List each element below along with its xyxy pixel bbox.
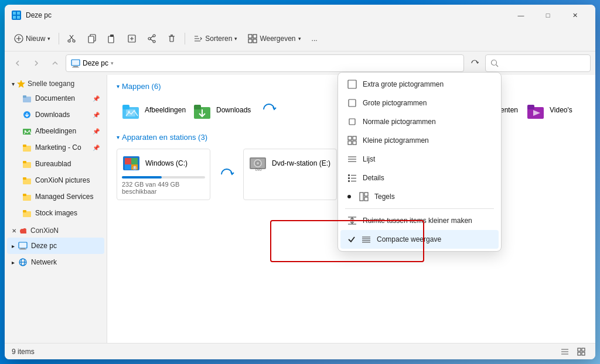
main-area: ▾ Snelle toegang Documenten 📌 xyxy=(5,75,595,343)
sidebar-label-stock-images: Stock images xyxy=(35,209,100,217)
copy-button[interactable] xyxy=(83,29,101,48)
drive-name-windows: Windows (C:) xyxy=(145,159,188,167)
svg-rect-35 xyxy=(72,67,79,68)
drive-header: Windows (C:) xyxy=(122,154,205,173)
drive-dvd[interactable]: DVD Dvd-rw-station (E:) xyxy=(243,149,337,200)
sidebar-item-deze-pc[interactable]: ▸ Deze pc xyxy=(7,238,104,254)
sidebar-label-marketing: Marketing - Co xyxy=(35,143,89,152)
menu-item-tiles[interactable]: Tegels xyxy=(340,187,499,206)
menu-label-spacing: Ruimte tussen items kleiner maken xyxy=(363,217,472,225)
svg-rect-96 xyxy=(582,348,585,351)
folder-videos[interactable]: Video's xyxy=(521,98,586,123)
svg-rect-105 xyxy=(353,141,356,145)
back-button[interactable] xyxy=(9,55,26,71)
dvd-drive-header: DVD Dvd-rw-station (E:) xyxy=(248,154,332,173)
file-explorer-window: Deze pc — □ ✕ Nieuw ▾ xyxy=(5,5,595,359)
paste-button[interactable] xyxy=(103,29,121,48)
grid-view-button[interactable] xyxy=(574,345,588,358)
more-label: ... xyxy=(312,35,318,43)
folder-name-downloads: Downloads xyxy=(216,106,251,115)
address-chevron: ▾ xyxy=(111,60,114,66)
status-count: 9 items xyxy=(12,348,35,356)
svg-marker-38 xyxy=(18,80,25,88)
sidebar-item-netwerk[interactable]: ▸ Netwerk xyxy=(7,254,104,270)
conxion-header[interactable]: ✕ ConXioN xyxy=(7,224,104,238)
svg-rect-103 xyxy=(353,136,356,140)
menu-icon-details xyxy=(347,173,357,183)
svg-rect-117 xyxy=(364,197,368,201)
rename-button[interactable] xyxy=(122,29,141,48)
svg-rect-3 xyxy=(17,16,20,19)
back-icon xyxy=(14,60,21,67)
more-button[interactable]: ... xyxy=(307,29,322,48)
svg-rect-65 xyxy=(122,105,129,109)
svg-rect-2 xyxy=(13,16,16,19)
svg-point-19 xyxy=(148,37,151,40)
new-label: Nieuw xyxy=(26,35,45,43)
svg-rect-57 xyxy=(21,231,26,233)
menu-item-spacing[interactable]: Ruimte tussen items kleiner maken xyxy=(340,211,499,230)
download-icon xyxy=(22,110,32,119)
maximize-button[interactable]: □ xyxy=(534,5,561,26)
svg-rect-111 xyxy=(348,177,350,179)
menu-item-small[interactable]: Kleine pictogrammen xyxy=(340,131,499,150)
svg-point-90 xyxy=(257,162,259,164)
menu-item-extra-large[interactable]: Extra grote pictogrammen xyxy=(340,75,499,94)
drive-windows[interactable]: Windows (C:) 232 GB van 449 GB beschikba… xyxy=(117,149,210,200)
svg-rect-58 xyxy=(19,242,27,248)
mappen-chevron: ▾ xyxy=(117,83,120,90)
list-view-button[interactable] xyxy=(558,345,572,358)
sidebar-item-managed-services[interactable]: Managed Services xyxy=(7,188,104,205)
sidebar-item-documenten[interactable]: Documenten 📌 xyxy=(7,90,104,107)
folder-downloads[interactable]: Downloads xyxy=(188,98,253,123)
menu-icon-large xyxy=(347,98,357,108)
folder-afbeeldingen[interactable]: Afbeeldingen xyxy=(117,98,181,123)
sort-label: Sorteren xyxy=(205,35,232,43)
sidebar-item-downloads[interactable]: Downloads 📌 xyxy=(7,107,104,123)
sidebar-item-afbeeldingen[interactable]: Afbeeldingen 📌 xyxy=(7,123,104,139)
menu-item-compact[interactable]: Compacte weergave xyxy=(340,230,499,249)
menu-icon-compact xyxy=(362,235,371,244)
menu-label-small: Kleine pictogrammen xyxy=(363,136,429,145)
svg-rect-98 xyxy=(582,352,585,355)
sort-button[interactable]: Sorteren ▾ xyxy=(189,29,242,48)
svg-rect-81 xyxy=(131,158,138,164)
mappen-title-text: Mappen (6) xyxy=(122,82,161,91)
share-button[interactable] xyxy=(142,29,161,48)
new-button[interactable]: Nieuw ▾ xyxy=(9,29,55,48)
delete-button[interactable] xyxy=(162,29,181,48)
menu-divider xyxy=(345,208,494,209)
svg-rect-95 xyxy=(578,348,581,351)
svg-text:DVD: DVD xyxy=(255,168,262,171)
minimize-button[interactable]: — xyxy=(507,5,534,26)
pin-icon: 📌 xyxy=(93,145,100,151)
svg-point-10 xyxy=(73,40,75,42)
svg-rect-32 xyxy=(253,39,257,43)
pin-icon: 📌 xyxy=(93,128,100,135)
cut-button[interactable] xyxy=(63,29,81,48)
sidebar-item-marketing[interactable]: Marketing - Co 📌 xyxy=(7,139,104,156)
menu-item-list[interactable]: Lijst xyxy=(340,150,499,169)
sidebar-item-stock-images[interactable]: Stock images xyxy=(7,205,104,221)
drives-chevron: ▾ xyxy=(117,134,120,140)
address-box[interactable]: Deze pc ▾ xyxy=(66,54,464,72)
folder-icon xyxy=(22,208,32,218)
sidebar-item-conxion-pictures[interactable]: ConXioN pictures xyxy=(7,172,104,188)
up-button[interactable] xyxy=(47,55,63,71)
menu-item-large[interactable]: Grote pictogrammen xyxy=(340,94,499,112)
quick-access-header[interactable]: ▾ Snelle toegang xyxy=(7,77,104,90)
sidebar-label-managed-services: Managed Services xyxy=(35,193,100,201)
search-box[interactable] xyxy=(485,54,591,72)
folder-icon xyxy=(22,94,32,103)
menu-item-details[interactable]: Details xyxy=(340,169,499,187)
sidebar-item-bureaublad[interactable]: Bureaublad xyxy=(7,156,104,172)
refresh-button[interactable] xyxy=(466,55,483,71)
menu-label-tiles: Tegels xyxy=(374,193,395,201)
forward-button[interactable] xyxy=(28,55,45,71)
folder-icon xyxy=(22,192,32,201)
menu-item-normal[interactable]: Normale pictogrammen xyxy=(340,112,499,131)
view-button[interactable]: Weergeven ▾ xyxy=(243,29,305,48)
close-button[interactable]: ✕ xyxy=(561,5,588,26)
paste-icon xyxy=(107,34,117,43)
address-path: Deze pc ▾ xyxy=(71,59,459,68)
